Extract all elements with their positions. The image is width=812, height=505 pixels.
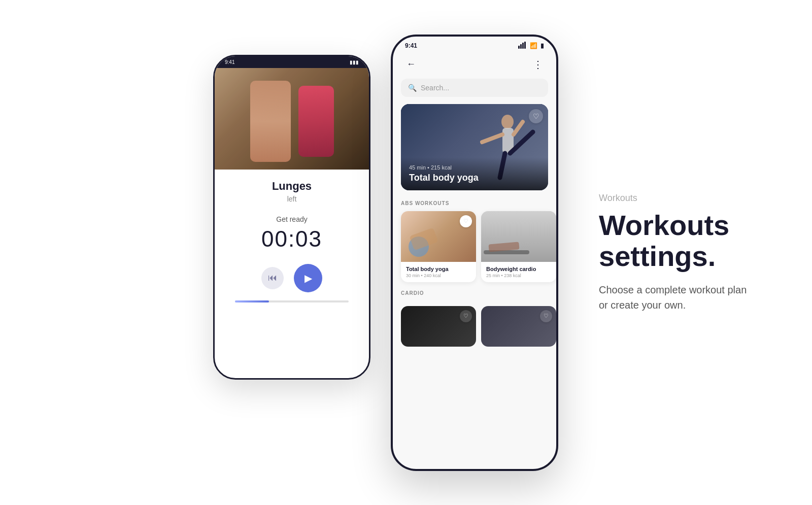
play-icon: ▶ bbox=[304, 272, 312, 284]
signal-bars-icon bbox=[518, 42, 526, 50]
figure-2 bbox=[298, 86, 334, 157]
prev-icon: ⏮ bbox=[268, 273, 277, 283]
back-time: 9:41 bbox=[225, 59, 234, 65]
back-status-bar: 9:41 ▮▮▮ bbox=[215, 56, 369, 68]
cardio-card-1[interactable]: ♡ bbox=[401, 306, 476, 347]
nav-back-button[interactable]: ← bbox=[403, 56, 419, 73]
figure-1 bbox=[250, 81, 291, 162]
workout-1-meta: 30 min • 240 kcal bbox=[406, 273, 471, 278]
cardio-1-heart[interactable]: ♡ bbox=[460, 310, 472, 322]
battery-icon: ▮ bbox=[540, 42, 544, 49]
workout-2-meta: 25 min • 238 kcal bbox=[486, 273, 551, 278]
progress-fill bbox=[235, 300, 269, 302]
svg-line-2 bbox=[482, 134, 502, 142]
workout-card-2-info: Bodyweight cardio 25 min • 238 kcal bbox=[481, 262, 556, 282]
hero-card-meta: 45 min • 215 kcal bbox=[409, 164, 540, 171]
svg-line-3 bbox=[514, 122, 523, 134]
search-icon: 🔍 bbox=[408, 84, 417, 92]
workout-card-1-info: Total body yoga 30 min • 240 kcal bbox=[401, 262, 476, 282]
workout-1-heart-button[interactable]: ♡ bbox=[460, 215, 472, 227]
nav-more-button[interactable]: ⋮ bbox=[530, 56, 546, 73]
front-time: 9:41 bbox=[405, 42, 417, 49]
page: Workouts Workoutssettings. Choose a comp… bbox=[0, 0, 812, 505]
back-status-icons: ▮▮▮ bbox=[350, 59, 359, 65]
playback-controls: ⏮ ▶ bbox=[225, 264, 359, 292]
workout-card-1[interactable]: ♡ Total body yoga 30 min • 240 kcal bbox=[401, 211, 476, 282]
hero-card-title: Total body yoga bbox=[409, 173, 540, 183]
search-bar[interactable]: 🔍 Search... bbox=[401, 79, 548, 97]
cardio-section-label: CARDIO bbox=[393, 290, 556, 301]
workout-2-name: Bodyweight cardio bbox=[486, 266, 551, 272]
front-status-icons: 📶 ▮ bbox=[518, 42, 544, 50]
wifi-icon: 📶 bbox=[530, 42, 537, 49]
back-content: Lunges left Get ready 00:03 ⏮ ▶ bbox=[215, 170, 369, 313]
description: Choose a complete workout planor create … bbox=[599, 282, 771, 313]
phone-front: 9:41 📶 ▮ ← ⋮ bbox=[391, 35, 558, 471]
timer-display: 00:03 bbox=[225, 226, 359, 252]
play-button[interactable]: ▶ bbox=[294, 264, 322, 292]
workout-card-2-image: ♡ bbox=[481, 211, 556, 262]
exercise-side: left bbox=[225, 195, 359, 203]
category-label: Workouts bbox=[599, 192, 771, 203]
signal-icon: ▮▮▮ bbox=[350, 59, 359, 65]
front-status-bar: 9:41 📶 ▮ bbox=[393, 37, 556, 52]
abs-workouts-row: ♡ Total body yoga 30 min • 240 kcal bbox=[393, 211, 556, 290]
workout-1-name: Total body yoga bbox=[406, 266, 471, 272]
cardio-2-heart[interactable]: ♡ bbox=[540, 310, 552, 322]
get-ready-text: Get ready bbox=[225, 215, 359, 223]
exercise-name: Lunges bbox=[225, 180, 359, 193]
search-input[interactable]: Search... bbox=[421, 84, 449, 92]
workout-card-2[interactable]: ♡ Bodyweight cardio 25 min • 238 kcal bbox=[481, 211, 556, 282]
abs-section-label: ABS WORKOUTS bbox=[393, 200, 556, 211]
progress-bar bbox=[235, 300, 349, 302]
hero-card-overlay: 45 min • 215 kcal Total body yoga bbox=[401, 157, 548, 190]
hero-workout-card[interactable]: ♡ 45 min • 215 kcal Total body yoga bbox=[401, 104, 548, 190]
front-nav: ← ⋮ bbox=[393, 52, 556, 79]
phones-container: 9:41 ▮▮▮ Lunges left Get ready 00:03 bbox=[213, 35, 558, 471]
prev-button[interactable]: ⏮ bbox=[261, 267, 284, 289]
cardio-cards-row: ♡ ♡ bbox=[393, 306, 556, 347]
hero-heart-button[interactable]: ♡ bbox=[529, 109, 543, 123]
workout-card-1-image: ♡ bbox=[401, 211, 476, 262]
main-title: Workoutssettings. bbox=[599, 209, 771, 272]
cardio-card-2[interactable]: ♡ bbox=[481, 306, 556, 347]
right-text-panel: Workouts Workoutssettings. Choose a comp… bbox=[599, 192, 771, 312]
back-hero-image bbox=[215, 68, 369, 170]
svg-point-0 bbox=[501, 115, 514, 129]
phone-back: 9:41 ▮▮▮ Lunges left Get ready 00:03 bbox=[213, 55, 370, 380]
